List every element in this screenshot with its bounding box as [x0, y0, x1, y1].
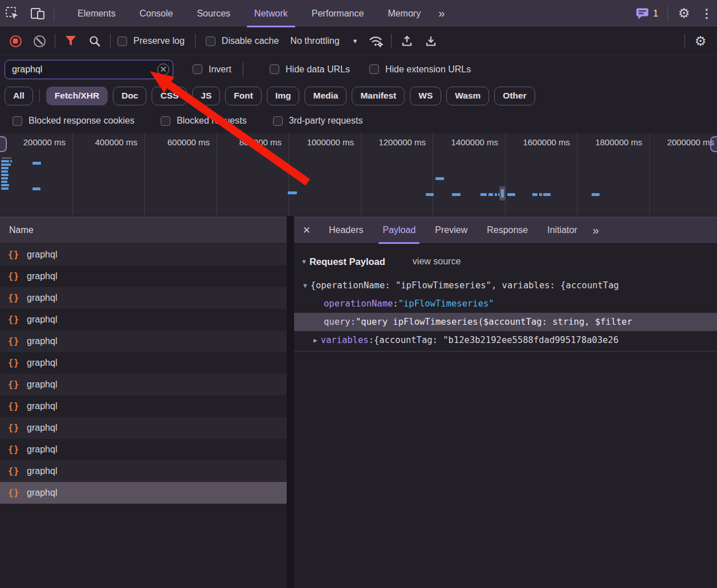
inspect-element-button[interactable]	[0, 0, 25, 27]
close-details-button[interactable]: ×	[294, 217, 319, 244]
hide-data-urls-checkbox[interactable]: Hide data URLs	[266, 64, 353, 75]
request-row-graphql[interactable]: {}graphql	[0, 352, 287, 374]
network-overview-timeline[interactable]: 200000 ms400000 ms600000 ms800000 ms1000…	[0, 133, 717, 217]
chip-all[interactable]: All	[5, 87, 33, 105]
tab-performance[interactable]: Performance	[300, 0, 376, 27]
request-row-graphql[interactable]: {}graphql	[0, 244, 287, 266]
request-row-graphql[interactable]: {}graphql	[0, 330, 287, 352]
divider	[195, 34, 195, 48]
request-name: graphql	[27, 488, 57, 498]
waterfall-bar	[507, 193, 515, 196]
waterfall-bar	[1, 181, 7, 183]
preserve-log-checkbox[interactable]: Preserve log	[114, 36, 188, 46]
triangle-down-icon[interactable]: ▼	[303, 282, 307, 289]
more-tabs-button[interactable]: »	[433, 7, 450, 20]
chip-img[interactable]: Img	[267, 87, 300, 105]
blocked-requests-checkbox[interactable]: Blocked requests	[157, 116, 250, 126]
json-braces-icon: {}	[8, 358, 19, 368]
tab-memory[interactable]: Memory	[376, 0, 433, 27]
record-network-log-button[interactable]	[3, 28, 27, 54]
chip-js[interactable]: JS	[192, 87, 220, 105]
details-tab-headers[interactable]: Headers	[319, 217, 373, 244]
request-row-graphql[interactable]: {}graphql	[0, 374, 287, 395]
details-more-tabs-button[interactable]: »	[587, 224, 604, 237]
chip-ws[interactable]: WS	[410, 87, 441, 105]
import-har-button[interactable]	[395, 28, 419, 54]
waterfall-bar	[539, 193, 542, 196]
chip-other[interactable]: Other	[494, 87, 535, 105]
triangle-right-icon[interactable]: ▶	[313, 337, 317, 344]
details-tab-preview[interactable]: Preview	[425, 217, 477, 244]
request-row-graphql[interactable]: {}graphql	[0, 287, 287, 309]
invert-checkbox[interactable]: Invert	[189, 64, 235, 75]
export-har-button[interactable]	[419, 28, 443, 54]
divider	[243, 62, 243, 77]
close-icon: ×	[303, 223, 311, 238]
filter-input[interactable]	[5, 60, 173, 79]
tab-elements[interactable]: Elements	[66, 0, 128, 27]
request-row-graphql[interactable]: {}graphql	[0, 309, 287, 330]
details-tab-payload[interactable]: Payload	[373, 217, 425, 244]
device-toolbar-button[interactable]	[25, 0, 50, 27]
waterfall-bar	[10, 160, 12, 162]
chip-manifest[interactable]: Manifest	[352, 87, 405, 105]
hide-extension-urls-checkbox[interactable]: Hide extension URLs	[366, 64, 474, 75]
chip-doc[interactable]: Doc	[113, 87, 146, 105]
throttling-select[interactable]: No throttling ▼	[282, 36, 364, 46]
clear-icon	[34, 35, 46, 47]
collapse-triangle-icon[interactable]: ▼	[301, 258, 307, 265]
details-tab-initiator[interactable]: Initiator	[537, 217, 586, 244]
request-name: graphql	[27, 293, 57, 303]
main-menu-button[interactable]: ⋮	[696, 0, 717, 27]
gear-icon: ⚙	[695, 35, 707, 48]
waterfall-bar	[288, 191, 297, 194]
operation-key: operationName	[324, 299, 393, 309]
details-tab-response[interactable]: Response	[477, 217, 537, 244]
waterfall-bar	[543, 193, 551, 196]
request-row-graphql[interactable]: {}graphql	[0, 395, 287, 417]
settings-button[interactable]: ⚙	[671, 0, 696, 27]
upload-icon	[400, 34, 414, 48]
view-source-link[interactable]: view source	[413, 256, 461, 267]
timeline-label: 800000 ms	[214, 137, 282, 147]
checkbox-icon	[270, 64, 279, 74]
clear-network-log-button[interactable]	[27, 28, 51, 54]
request-row-graphql[interactable]: {}graphql	[0, 460, 287, 482]
request-row-graphql[interactable]: {}graphql	[0, 417, 287, 439]
request-name: graphql	[27, 315, 57, 325]
search-network-button[interactable]	[83, 28, 107, 54]
issues-button[interactable]: 1	[630, 7, 664, 20]
filter-toggle-button[interactable]	[59, 28, 83, 54]
chevron-down-icon: ▼	[352, 38, 358, 44]
tab-console[interactable]: Console	[128, 0, 185, 27]
chip-wasm[interactable]: Wasm	[446, 87, 489, 105]
payload-root-row[interactable]: ▼ {operationName: "ipFlowTimeseries", va…	[294, 276, 717, 295]
blocked-response-cookies-checkbox[interactable]: Blocked response cookies	[9, 116, 138, 126]
network-conditions-button[interactable]	[364, 28, 388, 54]
payload-operation-row[interactable]: operationName: "ipFlowTimeseries"	[294, 295, 717, 313]
clear-filter-icon[interactable]	[157, 63, 169, 75]
request-row-graphql[interactable]: {}graphql	[0, 482, 287, 504]
request-row-graphql[interactable]: {}graphql	[0, 266, 287, 287]
wifi-conditions-icon	[368, 34, 384, 48]
chip-fetch-xhr[interactable]: Fetch/XHR	[46, 87, 108, 105]
chip-css[interactable]: CSS	[152, 87, 187, 105]
network-settings-button[interactable]: ⚙	[689, 28, 712, 54]
json-braces-icon: {}	[8, 466, 19, 476]
waterfall-bar	[495, 193, 497, 196]
name-column-header[interactable]: Name	[0, 217, 287, 244]
tab-network[interactable]: Network	[242, 0, 300, 27]
request-payload-title: Request Payload	[309, 256, 385, 267]
payload-variables-row[interactable]: ▶ variables: {accountTag: "b12e3b2192ee5…	[294, 331, 717, 349]
request-row-graphql[interactable]: {}graphql	[0, 439, 287, 460]
json-braces-icon: {}	[8, 293, 19, 303]
chip-font[interactable]: Font	[225, 87, 262, 105]
payload-query-row[interactable]: query: "query ipFlowTimeseries($accountT…	[294, 313, 717, 331]
chip-media[interactable]: Media	[304, 87, 347, 105]
3rd-party-requests-checkbox[interactable]: 3rd-party requests	[270, 116, 366, 126]
tab-sources[interactable]: Sources	[185, 0, 242, 27]
blocked-response-cookies-label: Blocked response cookies	[28, 116, 135, 126]
panel-divider[interactable]	[287, 217, 294, 588]
disable-cache-checkbox[interactable]: Disable cache	[202, 36, 283, 46]
waterfall-bar	[1, 187, 9, 190]
